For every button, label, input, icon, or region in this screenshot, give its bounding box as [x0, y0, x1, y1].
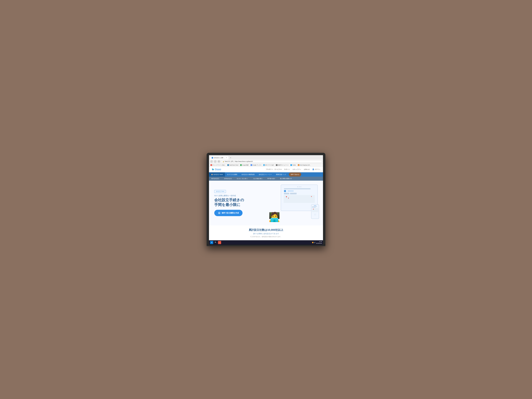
chevron-down-icon: ▾ — [281, 169, 281, 170]
nav-label: 法人印鑑の購入 — [253, 178, 263, 179]
nta-icon: 国 — [276, 164, 278, 166]
blue-nav: 🏠 会社設立 freee 出力できる書類 会社設立の基礎知識 会社設立ストーリー… — [209, 172, 323, 177]
hero-title-line2: 手間を最小限に — [214, 203, 241, 207]
bookmark-google-books[interactable]: G Google ブックス — [250, 164, 262, 166]
taskbar-left: ⊞ 🔍 🦊 — [210, 241, 221, 244]
laptop-base — [207, 245, 325, 246]
gray-nav-inkan[interactable]: 法人印鑑の購入 — [251, 177, 265, 181]
hero-left: 会社設立 freee 5分て必要な書類を一括作成 会社設立手続きの 手間を最小限… — [214, 190, 267, 216]
nav-label: 出力できる書類 — [227, 174, 237, 175]
bookmark-chatwork[interactable]: C チャットワーク（Chat... — [210, 164, 226, 166]
gray-nav-hojin[interactable]: 法人化（法人成り） — [234, 177, 251, 181]
nav-support[interactable]: サポート — [284, 168, 290, 170]
laptop-stand — [207, 245, 325, 245]
bookmark-nta[interactable]: 国 国税庁ホームページ — [276, 164, 289, 166]
bookmark-mf[interactable]: M MFクラウド会計 — [263, 164, 274, 166]
hero-cta-button[interactable]: ▶ 無料で設立書類を作成 — [214, 210, 242, 216]
blue-dot — [288, 191, 289, 191]
nav-label: 株式会社設立 — [211, 178, 219, 179]
gray-nav-expert[interactable]: 専門家の紹介 — [265, 177, 278, 181]
browser-icon: 🦊 — [219, 242, 221, 243]
new-tab-button[interactable]: + — [229, 156, 233, 159]
site-content: 🐦 freee プロダクト・サービス ▾ サポート セキュリティ お — [209, 167, 323, 240]
lock-icon: 🔒 — [223, 161, 224, 162]
browser-tabs: 会社設立に必要: ... ✕ + — [210, 156, 322, 159]
bookmark-label: Google ブックス — [253, 164, 261, 166]
gray-nav-godo[interactable]: 合同会社設立 — [222, 177, 234, 181]
phone-bar — [312, 206, 317, 207]
step-number: 1 — [284, 190, 286, 192]
play-icon: ▶ — [219, 212, 220, 214]
forward-button[interactable]: › — [214, 160, 217, 163]
login-button[interactable]: 👤 ログイン — [312, 168, 320, 170]
site-name: freee K.K. [JP] — [225, 161, 233, 162]
nav-news[interactable]: お知らせ — [304, 168, 310, 170]
person-icon: 👤 — [312, 169, 314, 170]
map-pin-icon: 📍 — [288, 198, 289, 199]
chatwork-icon: C — [210, 164, 212, 166]
blue-nav-documents[interactable]: 出力できる書類 — [225, 172, 239, 177]
nav-label: 法人化（法人成り） — [237, 178, 249, 179]
browser-toolbar: ‹ › ↻ 🔒 freee K.K. [JP] | https://www.fr… — [209, 159, 323, 164]
search-icon: 🔍 — [215, 242, 216, 243]
nav-label: プロダクト・サービス — [266, 168, 280, 170]
phone-dot — [315, 205, 315, 206]
hero-cta-label: 無料で設立書類を作成 — [222, 212, 239, 214]
taskbar-right: 📶 🔊 14:39 2019/03/16 — [312, 241, 322, 244]
nav-label: 会社設立の基礎知識 — [241, 174, 254, 175]
cta-label: 無料で始める — [291, 174, 299, 175]
blue-dot — [290, 191, 291, 191]
bookmark-label: TaskChute Cloud — [229, 165, 238, 166]
monitor-dots — [283, 186, 316, 187]
blue-nav-basics[interactable]: 会社設立の基礎知識 — [239, 172, 257, 177]
nav-label: 専門家の紹介 — [267, 178, 275, 179]
refresh-button[interactable]: ↻ — [217, 160, 220, 163]
laptop-screen: 会社設立に必要: ... ✕ + ‹ › ↻ 🔒 freee K.K. [JP]… — [209, 155, 323, 245]
dot — [297, 186, 298, 187]
bookmark-taskchute[interactable]: T TaskChute Cloud — [227, 164, 239, 166]
twitter-icon: 𝕏 — [290, 164, 292, 166]
map-placeholder: 📍 📍 📍 — [284, 195, 315, 203]
person-illustration: 🧑‍💻 — [269, 212, 280, 222]
login-label: ログイン — [315, 168, 320, 170]
bookmark-label: チャットワーク（Chat... — [212, 164, 226, 166]
taskbar: ⊞ 🔍 🦊 📶 🔊 14:39 2019/03/16 — [209, 240, 323, 245]
back-button[interactable]: ‹ — [210, 160, 213, 163]
nav-label: 個人事業の開業の方 — [280, 178, 292, 179]
search-taskbar-button[interactable]: 🔍 — [214, 241, 217, 244]
windows-icon: ⊞ — [211, 242, 212, 243]
browser-taskbar-button[interactable]: 🦊 — [218, 241, 221, 244]
main-nav: プロダクト・サービス ▾ サポート セキュリティ お知らせ 👤 ログイン — [266, 168, 320, 170]
bookmark-label: Twitter — [292, 165, 296, 166]
address-url: https://www.freee.co.jp/launch/ — [235, 161, 253, 162]
monitor-bar — [284, 188, 310, 189]
bookmark-twitter[interactable]: 𝕏 Twitter — [290, 164, 296, 166]
bookmark-google-translate[interactable]: G Google 翻訳 — [240, 164, 249, 166]
blue-nav-home[interactable]: 🏠 会社設立 freee — [209, 172, 225, 177]
gray-nav-kojin[interactable]: 個人事業の開業の方 — [278, 177, 294, 181]
gray-nav-kabushiki[interactable]: 株式会社設立 — [209, 177, 222, 181]
tab-close-button[interactable]: ✕ — [226, 157, 227, 158]
blue-dot — [293, 191, 293, 191]
blue-nav-stories[interactable]: 会社設立ストーリー — [257, 172, 274, 177]
windows-button[interactable]: ⊞ — [210, 241, 213, 244]
home-icon: 🏠 — [211, 174, 213, 175]
nav-label: 開業応援パック — [276, 174, 286, 175]
active-tab[interactable]: 会社設立に必要: ... ✕ — [210, 156, 228, 159]
map-pin-icon: 📍 — [310, 196, 312, 197]
clock-date: 2019/03/16 — [316, 242, 322, 244]
blue-nav-pack[interactable]: 開業応援パック — [274, 172, 288, 177]
nav-label: サポート — [284, 168, 290, 170]
nav-security[interactable]: セキュリティ — [292, 168, 301, 170]
blue-dot — [289, 191, 290, 191]
bookmark-mindmapping[interactable]: M Mind Mapping Soft... — [298, 164, 311, 166]
address-text: | — [234, 161, 234, 162]
address-bar[interactable]: 🔒 freee K.K. [JP] | https://www.freee.co… — [221, 160, 322, 163]
free-start-button[interactable]: 無料で始める — [289, 172, 301, 177]
nav-products[interactable]: プロダクト・サービス ▾ — [266, 168, 281, 170]
hero-cta-icon: ▶ — [218, 212, 221, 214]
map-pin-icon: 📍 — [285, 196, 287, 198]
monitor-box — [290, 193, 297, 194]
translate-icon: G — [240, 164, 242, 166]
nav-label: 会社設立 freee — [213, 174, 223, 175]
